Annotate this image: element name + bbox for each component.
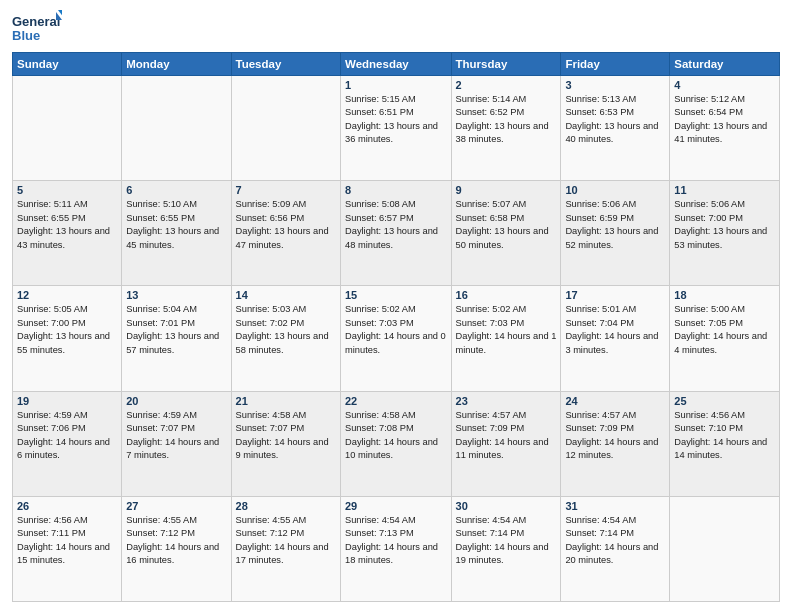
day-number: 22: [345, 395, 447, 407]
weekday-header-wednesday: Wednesday: [341, 53, 452, 76]
day-number: 10: [565, 184, 665, 196]
day-number: 20: [126, 395, 226, 407]
day-number: 5: [17, 184, 117, 196]
day-info: Sunrise: 4:59 AM Sunset: 7:06 PM Dayligh…: [17, 409, 117, 463]
day-info: Sunrise: 5:13 AM Sunset: 6:53 PM Dayligh…: [565, 93, 665, 147]
day-info: Sunrise: 5:00 AM Sunset: 7:05 PM Dayligh…: [674, 303, 775, 357]
weekday-header-saturday: Saturday: [670, 53, 780, 76]
day-cell: 6Sunrise: 5:10 AM Sunset: 6:55 PM Daylig…: [122, 181, 231, 286]
day-cell: 23Sunrise: 4:57 AM Sunset: 7:09 PM Dayli…: [451, 391, 561, 496]
day-cell: 7Sunrise: 5:09 AM Sunset: 6:56 PM Daylig…: [231, 181, 340, 286]
logo: General Blue: [12, 10, 62, 46]
day-info: Sunrise: 4:59 AM Sunset: 7:07 PM Dayligh…: [126, 409, 226, 463]
day-info: Sunrise: 5:10 AM Sunset: 6:55 PM Dayligh…: [126, 198, 226, 252]
day-number: 29: [345, 500, 447, 512]
day-cell: [231, 76, 340, 181]
calendar-body: 1Sunrise: 5:15 AM Sunset: 6:51 PM Daylig…: [13, 76, 780, 602]
day-number: 13: [126, 289, 226, 301]
day-cell: 31Sunrise: 4:54 AM Sunset: 7:14 PM Dayli…: [561, 496, 670, 601]
day-number: 2: [456, 79, 557, 91]
day-number: 28: [236, 500, 336, 512]
day-cell: 14Sunrise: 5:03 AM Sunset: 7:02 PM Dayli…: [231, 286, 340, 391]
day-info: Sunrise: 5:06 AM Sunset: 7:00 PM Dayligh…: [674, 198, 775, 252]
day-number: 4: [674, 79, 775, 91]
day-info: Sunrise: 4:58 AM Sunset: 7:08 PM Dayligh…: [345, 409, 447, 463]
day-cell: 20Sunrise: 4:59 AM Sunset: 7:07 PM Dayli…: [122, 391, 231, 496]
logo-svg: General Blue: [12, 10, 62, 46]
day-cell: 16Sunrise: 5:02 AM Sunset: 7:03 PM Dayli…: [451, 286, 561, 391]
day-number: 7: [236, 184, 336, 196]
day-number: 30: [456, 500, 557, 512]
svg-text:General: General: [12, 14, 60, 29]
day-number: 26: [17, 500, 117, 512]
day-info: Sunrise: 4:54 AM Sunset: 7:14 PM Dayligh…: [456, 514, 557, 568]
day-cell: 2Sunrise: 5:14 AM Sunset: 6:52 PM Daylig…: [451, 76, 561, 181]
week-row-2: 5Sunrise: 5:11 AM Sunset: 6:55 PM Daylig…: [13, 181, 780, 286]
day-info: Sunrise: 5:07 AM Sunset: 6:58 PM Dayligh…: [456, 198, 557, 252]
day-number: 24: [565, 395, 665, 407]
day-info: Sunrise: 4:54 AM Sunset: 7:14 PM Dayligh…: [565, 514, 665, 568]
day-cell: 15Sunrise: 5:02 AM Sunset: 7:03 PM Dayli…: [341, 286, 452, 391]
day-cell: 28Sunrise: 4:55 AM Sunset: 7:12 PM Dayli…: [231, 496, 340, 601]
week-row-4: 19Sunrise: 4:59 AM Sunset: 7:06 PM Dayli…: [13, 391, 780, 496]
day-info: Sunrise: 5:02 AM Sunset: 7:03 PM Dayligh…: [456, 303, 557, 357]
weekday-header-thursday: Thursday: [451, 53, 561, 76]
day-cell: 30Sunrise: 4:54 AM Sunset: 7:14 PM Dayli…: [451, 496, 561, 601]
day-number: 16: [456, 289, 557, 301]
day-cell: 1Sunrise: 5:15 AM Sunset: 6:51 PM Daylig…: [341, 76, 452, 181]
week-row-3: 12Sunrise: 5:05 AM Sunset: 7:00 PM Dayli…: [13, 286, 780, 391]
day-number: 25: [674, 395, 775, 407]
day-number: 14: [236, 289, 336, 301]
svg-text:Blue: Blue: [12, 28, 40, 43]
week-row-1: 1Sunrise: 5:15 AM Sunset: 6:51 PM Daylig…: [13, 76, 780, 181]
day-number: 21: [236, 395, 336, 407]
day-number: 9: [456, 184, 557, 196]
weekday-header-sunday: Sunday: [13, 53, 122, 76]
day-info: Sunrise: 4:58 AM Sunset: 7:07 PM Dayligh…: [236, 409, 336, 463]
day-info: Sunrise: 5:05 AM Sunset: 7:00 PM Dayligh…: [17, 303, 117, 357]
day-number: 19: [17, 395, 117, 407]
header: General Blue: [12, 10, 780, 46]
day-info: Sunrise: 5:06 AM Sunset: 6:59 PM Dayligh…: [565, 198, 665, 252]
day-cell: 10Sunrise: 5:06 AM Sunset: 6:59 PM Dayli…: [561, 181, 670, 286]
calendar-table: SundayMondayTuesdayWednesdayThursdayFrid…: [12, 52, 780, 602]
day-info: Sunrise: 5:15 AM Sunset: 6:51 PM Dayligh…: [345, 93, 447, 147]
day-info: Sunrise: 5:04 AM Sunset: 7:01 PM Dayligh…: [126, 303, 226, 357]
day-number: 3: [565, 79, 665, 91]
day-info: Sunrise: 5:14 AM Sunset: 6:52 PM Dayligh…: [456, 93, 557, 147]
calendar-header: SundayMondayTuesdayWednesdayThursdayFrid…: [13, 53, 780, 76]
day-cell: 29Sunrise: 4:54 AM Sunset: 7:13 PM Dayli…: [341, 496, 452, 601]
weekday-header-row: SundayMondayTuesdayWednesdayThursdayFrid…: [13, 53, 780, 76]
day-number: 8: [345, 184, 447, 196]
day-info: Sunrise: 4:54 AM Sunset: 7:13 PM Dayligh…: [345, 514, 447, 568]
weekday-header-tuesday: Tuesday: [231, 53, 340, 76]
day-info: Sunrise: 4:57 AM Sunset: 7:09 PM Dayligh…: [565, 409, 665, 463]
day-info: Sunrise: 4:55 AM Sunset: 7:12 PM Dayligh…: [126, 514, 226, 568]
day-number: 6: [126, 184, 226, 196]
day-number: 1: [345, 79, 447, 91]
day-number: 17: [565, 289, 665, 301]
day-info: Sunrise: 4:55 AM Sunset: 7:12 PM Dayligh…: [236, 514, 336, 568]
day-cell: 9Sunrise: 5:07 AM Sunset: 6:58 PM Daylig…: [451, 181, 561, 286]
day-info: Sunrise: 4:57 AM Sunset: 7:09 PM Dayligh…: [456, 409, 557, 463]
day-cell: 11Sunrise: 5:06 AM Sunset: 7:00 PM Dayli…: [670, 181, 780, 286]
weekday-header-friday: Friday: [561, 53, 670, 76]
weekday-header-monday: Monday: [122, 53, 231, 76]
day-cell: 18Sunrise: 5:00 AM Sunset: 7:05 PM Dayli…: [670, 286, 780, 391]
day-cell: 27Sunrise: 4:55 AM Sunset: 7:12 PM Dayli…: [122, 496, 231, 601]
day-number: 15: [345, 289, 447, 301]
day-cell: 22Sunrise: 4:58 AM Sunset: 7:08 PM Dayli…: [341, 391, 452, 496]
day-number: 23: [456, 395, 557, 407]
day-cell: 25Sunrise: 4:56 AM Sunset: 7:10 PM Dayli…: [670, 391, 780, 496]
day-info: Sunrise: 4:56 AM Sunset: 7:11 PM Dayligh…: [17, 514, 117, 568]
day-cell: 3Sunrise: 5:13 AM Sunset: 6:53 PM Daylig…: [561, 76, 670, 181]
day-cell: 17Sunrise: 5:01 AM Sunset: 7:04 PM Dayli…: [561, 286, 670, 391]
day-cell: 24Sunrise: 4:57 AM Sunset: 7:09 PM Dayli…: [561, 391, 670, 496]
day-cell: [122, 76, 231, 181]
day-info: Sunrise: 4:56 AM Sunset: 7:10 PM Dayligh…: [674, 409, 775, 463]
day-number: 12: [17, 289, 117, 301]
day-cell: 8Sunrise: 5:08 AM Sunset: 6:57 PM Daylig…: [341, 181, 452, 286]
day-number: 11: [674, 184, 775, 196]
day-info: Sunrise: 5:02 AM Sunset: 7:03 PM Dayligh…: [345, 303, 447, 357]
day-cell: 12Sunrise: 5:05 AM Sunset: 7:00 PM Dayli…: [13, 286, 122, 391]
